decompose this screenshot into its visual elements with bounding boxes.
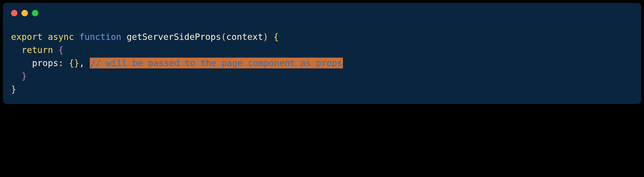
- brace-close: }: [11, 84, 16, 94]
- keyword-export: export: [11, 32, 42, 42]
- maximize-icon[interactable]: [32, 10, 38, 16]
- empty-brace-open: {: [69, 58, 74, 68]
- minimize-icon[interactable]: [22, 10, 28, 16]
- code-block[interactable]: export async function getServerSideProps…: [11, 30, 633, 96]
- keyword-return: return: [22, 45, 53, 55]
- param-context: context: [226, 32, 263, 42]
- bracket-open: {: [58, 45, 64, 55]
- function-name: getServerSideProps: [126, 32, 221, 42]
- traffic-lights: [11, 10, 633, 16]
- code-window: export async function getServerSideProps…: [3, 3, 641, 104]
- empty-brace-close: }: [74, 58, 79, 68]
- close-icon[interactable]: [11, 10, 17, 16]
- brace-open: {: [273, 32, 279, 42]
- colon: :: [58, 58, 64, 68]
- paren-open: (: [221, 32, 226, 42]
- paren-close: ): [263, 32, 268, 42]
- comma: ,: [79, 58, 85, 68]
- comment-highlighted: // will be passed to the page component …: [90, 58, 343, 68]
- keyword-function: function: [79, 32, 121, 42]
- prop-name: props: [32, 58, 58, 68]
- keyword-async: async: [48, 32, 74, 42]
- bracket-close: }: [22, 71, 27, 81]
